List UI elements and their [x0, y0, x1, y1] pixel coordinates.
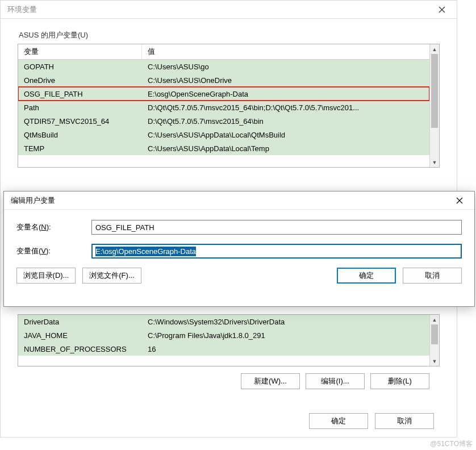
system-vars-table-wrap: DriverDataC:\Windows\System32\Drivers\Dr…	[18, 314, 440, 366]
user-vars-tbody: GOPATHC:\Users\ASUS\goOneDriveC:\Users\A…	[18, 60, 429, 155]
titlebar[interactable]: 编辑用户变量	[4, 191, 474, 210]
scrollbar[interactable]: ▲ ▼	[429, 44, 439, 167]
scroll-up-icon[interactable]: ▲	[430, 315, 439, 324]
ok-button[interactable]: 确定	[309, 413, 368, 429]
table-row[interactable]: QTDIR57_MSVC2015_64D:\Qt\Qt5.7.0\5.7\msv…	[18, 114, 429, 128]
cell-value: C:\Users\ASUS\OneDrive	[142, 76, 429, 85]
scroll-thumb[interactable]	[431, 324, 438, 344]
edit-dialog-buttons: 浏览目录(D)... 浏览文件(F)... 确定 取消	[4, 268, 474, 284]
cell-value: C:\Users\ASUS\AppData\Local\QtMsBuild	[142, 131, 429, 139]
col-header-value[interactable]: 值	[142, 44, 429, 59]
dialog-title: 编辑用户变量	[11, 195, 55, 206]
dialog-body: ASUS 的用户变量(U) 变量 值 GOPATHC:\Users\ASUS\g…	[1, 19, 457, 168]
close-icon[interactable]	[447, 192, 472, 209]
cell-value: C:\Windows\System32\Drivers\DriverData	[142, 318, 429, 326]
table-row[interactable]: OSG_FILE_PATHE:\osg\OpenSceneGraph-Data	[18, 87, 429, 101]
cell-value: C:\Program Files\Java\jdk1.8.0_291	[142, 331, 429, 340]
cell-value: C:\Users\ASUS\go	[142, 63, 429, 71]
ok-button[interactable]: 确定	[337, 268, 396, 284]
cell-variable: OneDrive	[18, 76, 142, 85]
cell-variable: JAVA_HOME	[18, 331, 142, 340]
cell-value: D:\Qt\Qt5.7.0\5.7\msvc2015_64\bin;D:\Qt\…	[142, 103, 429, 112]
edit-user-var-dialog: 编辑用户变量 变量名(N): 变量值(V): E:\osg\OpenSceneG…	[3, 191, 475, 307]
cell-variable: TEMP	[18, 144, 142, 153]
var-value-row: 变量值(V): E:\osg\OpenSceneGraph-Data	[16, 244, 462, 259]
cell-variable: NUMBER_OF_PROCESSORS	[18, 345, 142, 353]
scroll-track[interactable]	[430, 54, 439, 157]
cell-value: D:\Qt\Qt5.7.0\5.7\msvc2015_64\bin	[142, 117, 429, 126]
user-vars-table-wrap: 变量 值 GOPATHC:\Users\ASUS\goOneDriveC:\Us…	[18, 44, 440, 168]
scroll-up-icon[interactable]: ▲	[430, 44, 439, 54]
table-row[interactable]: GOPATHC:\Users\ASUS\go	[18, 60, 429, 73]
system-vars-section: DriverDataC:\Windows\System32\Drivers\Dr…	[18, 314, 440, 389]
var-name-row: 变量名(N):	[16, 220, 462, 235]
cell-variable: OSG_FILE_PATH	[18, 90, 142, 98]
table-row[interactable]: PathD:\Qt\Qt5.7.0\5.7\msvc2015_64\bin;D:…	[18, 101, 429, 114]
spacer	[148, 268, 330, 284]
var-name-label: 变量名(N):	[16, 222, 91, 232]
scroll-thumb[interactable]	[431, 54, 438, 128]
browse-file-button[interactable]: 浏览文件(F)...	[82, 268, 141, 284]
col-header-variable[interactable]: 变量	[18, 44, 142, 59]
selected-value-text: E:\osg\OpenSceneGraph-Data	[95, 247, 196, 256]
table-row[interactable]: TEMPC:\Users\ASUS\AppData\Local\Temp	[18, 141, 429, 155]
table-header: 变量 值	[18, 44, 429, 60]
dialog-title: 环境变量	[7, 5, 37, 15]
delete-button[interactable]: 删除(L)	[370, 373, 429, 389]
close-icon[interactable]	[429, 1, 454, 18]
scroll-down-icon[interactable]: ▼	[430, 356, 439, 366]
user-vars-table[interactable]: 变量 值 GOPATHC:\Users\ASUS\goOneDriveC:\Us…	[18, 44, 429, 167]
var-name-input[interactable]	[91, 220, 462, 235]
user-vars-label: ASUS 的用户变量(U)	[19, 30, 440, 40]
dialog-footer: 确定 取消	[309, 413, 434, 429]
edit-button[interactable]: 编辑(I)...	[306, 373, 365, 389]
table-row[interactable]: DriverDataC:\Windows\System32\Drivers\Dr…	[18, 315, 429, 328]
table-row[interactable]: QtMsBuildC:\Users\ASUS\AppData\Local\QtM…	[18, 128, 429, 141]
table-row[interactable]: OneDriveC:\Users\ASUS\OneDrive	[18, 73, 429, 87]
cell-variable: QTDIR57_MSVC2015_64	[18, 117, 142, 126]
cell-value: C:\Users\ASUS\AppData\Local\Temp	[142, 144, 429, 153]
browse-dir-button[interactable]: 浏览目录(D)...	[16, 268, 76, 284]
new-button[interactable]: 新建(W)...	[241, 373, 300, 389]
cell-variable: DriverData	[18, 318, 142, 326]
var-value-input[interactable]: E:\osg\OpenSceneGraph-Data	[91, 244, 462, 259]
cancel-button[interactable]: 取消	[375, 413, 434, 429]
scrollbar[interactable]: ▲ ▼	[429, 315, 439, 366]
titlebar[interactable]: 环境变量	[1, 1, 457, 19]
system-vars-tbody: DriverDataC:\Windows\System32\Drivers\Dr…	[18, 315, 429, 356]
cancel-button[interactable]: 取消	[403, 268, 462, 284]
scroll-track[interactable]	[430, 324, 439, 356]
scroll-down-icon[interactable]: ▼	[430, 157, 439, 167]
system-vars-buttons: 新建(W)... 编辑(I)... 删除(L)	[18, 373, 440, 389]
cell-value: 16	[142, 345, 429, 353]
system-vars-table[interactable]: DriverDataC:\Windows\System32\Drivers\Dr…	[18, 315, 429, 366]
cell-variable: GOPATH	[18, 63, 142, 71]
cell-value: E:\osg\OpenSceneGraph-Data	[142, 90, 429, 98]
watermark: @51CTO博客	[430, 439, 473, 449]
table-row[interactable]: JAVA_HOMEC:\Program Files\Java\jdk1.8.0_…	[18, 328, 429, 342]
var-value-label: 变量值(V):	[16, 246, 91, 256]
cell-variable: QtMsBuild	[18, 131, 142, 139]
dialog-body: 变量名(N): 变量值(V): E:\osg\OpenSceneGraph-Da…	[4, 210, 474, 259]
cell-variable: Path	[18, 103, 142, 112]
table-row[interactable]: NUMBER_OF_PROCESSORS16	[18, 342, 429, 356]
